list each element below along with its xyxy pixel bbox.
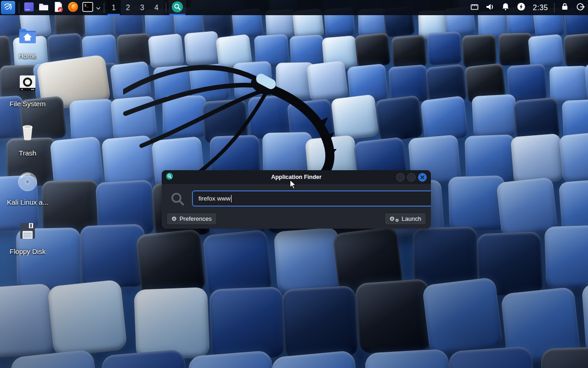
- launcher-firefox-button[interactable]: [66, 0, 80, 15]
- hard-drive-icon: [17, 72, 39, 96]
- desktop-icon-kali-disc[interactable]: Kali Linux a...: [4, 171, 51, 206]
- close-button[interactable]: [418, 173, 427, 182]
- minimize-button[interactable]: [396, 173, 405, 182]
- wallpaper-cube: [101, 349, 191, 368]
- trash-can-icon: [17, 121, 39, 145]
- wallpaper-cube: [80, 224, 147, 288]
- terminal-dropdown-button[interactable]: [95, 0, 102, 15]
- wallpaper-cube: [391, 34, 427, 69]
- document-edit-icon: [52, 1, 64, 15]
- wallpaper-cube: [375, 95, 424, 142]
- wallpaper-cube: [136, 229, 206, 297]
- launch-button-label: Launch: [401, 215, 421, 222]
- top-panel: $_ 1 2 3 4: [0, 0, 588, 15]
- wallpaper-cube: [498, 33, 532, 66]
- wallpaper-cube: [462, 34, 497, 69]
- wallpaper-cube: [528, 34, 564, 69]
- window-icon: [23, 1, 35, 15]
- network-icon: [469, 2, 480, 14]
- desktop-icon-label: Floppy Disk: [10, 247, 45, 255]
- wallpaper-cube: [0, 283, 55, 359]
- wallpaper-cube: [563, 33, 588, 67]
- workspace-number: 2: [126, 4, 130, 12]
- floppy-disk-icon: [17, 220, 39, 244]
- lock-icon: [560, 2, 570, 13]
- svg-text:$_: $_: [84, 3, 89, 7]
- wallpaper-cube: [233, 61, 273, 100]
- wallpaper-cube: [355, 279, 433, 354]
- wallpaper-cube: [282, 285, 359, 360]
- search-input-value: firefox www: [198, 195, 231, 202]
- wallpaper-cube: [184, 31, 220, 66]
- speaker-icon: [485, 1, 496, 14]
- lock-screen-button[interactable]: [557, 0, 572, 15]
- preferences-button-label: Preferences: [180, 215, 212, 222]
- launcher-text-editor-button[interactable]: [51, 0, 66, 15]
- launcher-terminal-button[interactable]: $_: [80, 0, 95, 15]
- search-icon: [171, 1, 183, 15]
- finder-body: firefox www ↓ ⚙ Preferences ⚙⚙ Launch: [162, 184, 431, 229]
- wallpaper-cube: [209, 287, 285, 360]
- firefox-icon: [67, 1, 79, 15]
- panel-separator: [166, 3, 166, 13]
- preferences-button[interactable]: ⚙ Preferences: [166, 213, 217, 225]
- clock[interactable]: 2:35: [529, 4, 552, 12]
- desktop-icon-floppy-disk[interactable]: Floppy Disk: [4, 220, 51, 255]
- panel-separator: [554, 3, 554, 13]
- desktop-icon-file-system[interactable]: File System: [4, 72, 51, 108]
- workspace-4[interactable]: 4: [149, 0, 164, 15]
- desktop-icon-label: File System: [10, 100, 45, 108]
- wallpaper-cube: [134, 287, 210, 360]
- wallpaper-cube: [426, 31, 462, 65]
- wallpaper-cube: [110, 96, 157, 141]
- workspace-3[interactable]: 3: [135, 0, 149, 15]
- wallpaper-cube: [69, 99, 114, 143]
- gear-icon: ⚙: [171, 216, 177, 222]
- logout-icon: [575, 2, 585, 14]
- volume-tray-button[interactable]: [482, 0, 498, 15]
- logout-button[interactable]: [572, 0, 588, 15]
- text-caret: [231, 195, 232, 202]
- desktop-icon-label: Kali Linux a...: [7, 198, 48, 206]
- wallpaper-cube: [162, 95, 206, 138]
- close-icon: [420, 173, 424, 181]
- desktop-icon-home[interactable]: Home: [4, 24, 51, 60]
- wallpaper-cube: [47, 279, 127, 357]
- wallpaper-cube: [544, 225, 588, 289]
- taskbar-app-finder-button[interactable]: [169, 0, 186, 15]
- wallpaper-cube: [472, 94, 517, 138]
- wallpaper-cube: [110, 61, 152, 102]
- system-tray: 2:35: [467, 0, 588, 15]
- launcher-file-manager-button[interactable]: [36, 0, 51, 15]
- maximize-button[interactable]: [407, 173, 416, 182]
- execute-gears-icon: ⚙: [390, 216, 395, 222]
- search-magnifier-icon: [170, 191, 186, 209]
- folder-icon: [38, 1, 50, 15]
- workspace-number: 1: [112, 4, 116, 12]
- network-tray-button[interactable]: [467, 0, 482, 15]
- launch-button[interactable]: ⚙⚙ Launch: [384, 213, 426, 225]
- window-title: Application Finder: [162, 174, 431, 180]
- desktop-icon-label: Home: [18, 52, 37, 60]
- wallpaper-cube: [354, 32, 391, 68]
- wallpaper-cube: [448, 176, 506, 232]
- power-bolt-icon: [516, 2, 526, 13]
- panel-separator: [104, 3, 104, 13]
- wallpaper-cube: [559, 131, 588, 184]
- application-finder-window: Application Finder firefox www ↓: [162, 170, 431, 229]
- terminal-icon: $_: [82, 1, 94, 15]
- power-manager-tray-button[interactable]: [514, 0, 529, 15]
- search-input[interactable]: firefox www ↓: [192, 190, 431, 207]
- workspace-2[interactable]: 2: [121, 0, 135, 15]
- workspace-1[interactable]: 1: [107, 0, 121, 15]
- execute-gears-icon-small: ⚙: [395, 218, 399, 223]
- applications-menu-button[interactable]: [1, 1, 15, 14]
- notifications-tray-button[interactable]: [498, 0, 514, 15]
- wallpaper-cube: [306, 60, 348, 101]
- wallpaper-cube: [102, 135, 155, 187]
- desktop-icon-trash[interactable]: Trash: [4, 121, 51, 157]
- launcher-window-button[interactable]: [22, 0, 36, 15]
- workspace-number: 4: [154, 4, 158, 12]
- kali-dragon-icon: [3, 1, 14, 14]
- titlebar[interactable]: Application Finder: [162, 170, 431, 184]
